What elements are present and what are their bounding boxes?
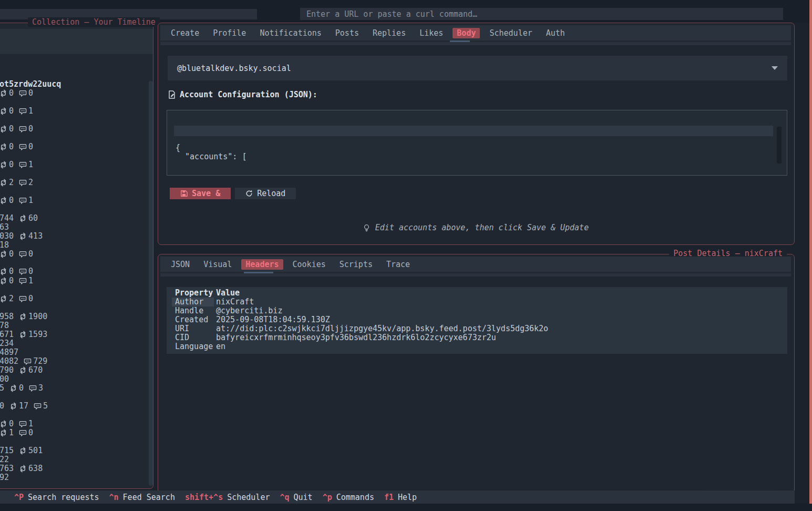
list-item[interactable]: 763638 xyxy=(0,464,43,473)
table-row[interactable]: CIDbafyreicxrfmrminhqseoy3pfv36bswdl236h… xyxy=(167,333,787,342)
list-item[interactable]: 00 xyxy=(0,124,33,134)
tab-create[interactable]: Create xyxy=(171,28,199,38)
shortcut-label: Help xyxy=(398,493,417,502)
shortcut-scheduler[interactable]: shift+^sScheduler xyxy=(185,493,270,502)
value-cell: nixCraft xyxy=(216,298,787,306)
repost-count: 1900 xyxy=(28,312,47,321)
property-cell: Handle xyxy=(175,306,216,315)
shortcut-label: Commands xyxy=(336,493,374,502)
shortcut-label: Scheduler xyxy=(227,493,270,502)
stat-group: 0 xyxy=(9,383,24,393)
details-tab-trace[interactable]: Trace xyxy=(386,260,410,269)
stat-group: 1 xyxy=(19,196,33,205)
table-row[interactable]: URIat://did:plc:c2swjkkci7dljjizpgye45kv… xyxy=(167,324,787,333)
list-item[interactable]: 00 xyxy=(0,374,9,384)
comment-count: 0 xyxy=(28,249,33,259)
comment-icon xyxy=(19,420,27,428)
list-item[interactable]: 4897 xyxy=(0,348,18,357)
shortcut-feed-search[interactable]: ^nFeed Search xyxy=(109,493,175,502)
reload-button[interactable]: Reload xyxy=(235,188,296,199)
list-item[interactable]: 22 xyxy=(0,178,33,187)
table-row[interactable]: Handle@cyberciti.biz xyxy=(167,306,787,315)
list-item[interactable]: 01 xyxy=(0,106,33,116)
shortcut-quit[interactable]: ^qQuit xyxy=(280,493,312,502)
list-item[interactable]: 00 xyxy=(0,88,33,98)
app-window: Enter a URL or paste a curl command… Col… xyxy=(0,0,812,511)
table-row[interactable]: AuthornixCraft xyxy=(167,298,787,306)
shortcut-search-requests[interactable]: ^PSearch requests xyxy=(14,493,99,502)
list-item[interactable]: ot5zrdw22uucq xyxy=(0,79,61,89)
list-item[interactable]: 00 xyxy=(0,142,33,151)
table-row[interactable]: Created2025-09-08T18:04:59.130Z xyxy=(167,315,787,324)
tab-scheduler[interactable]: Scheduler xyxy=(489,28,532,38)
shortcut-commands[interactable]: ^pCommands xyxy=(323,493,374,502)
save-button[interactable]: Save & xyxy=(170,188,231,199)
tab-posts[interactable]: Posts xyxy=(335,28,359,38)
list-item[interactable]: 78 xyxy=(0,321,9,330)
comment-count: 0 xyxy=(28,294,33,303)
account-dropdown[interactable]: @bluetalkdev.bsky.social xyxy=(168,56,787,80)
comment-icon xyxy=(34,402,42,410)
details-tab-scripts[interactable]: Scripts xyxy=(340,260,373,269)
collection-scrollbar[interactable] xyxy=(149,81,153,486)
list-item[interactable]: 01 xyxy=(0,419,33,428)
repost-count: 17 xyxy=(19,401,28,411)
list-item[interactable]: 18 xyxy=(0,240,9,250)
list-item[interactable]: 22 xyxy=(0,455,9,464)
button-row: Save & Reload xyxy=(170,188,296,199)
list-item[interactable]: 790670 xyxy=(0,365,43,375)
list-item[interactable]: 74460 xyxy=(0,213,38,223)
stat-group: 729 xyxy=(24,356,47,366)
list-item[interactable]: 4082729 xyxy=(0,356,47,366)
tab-likes[interactable]: Likes xyxy=(419,28,443,38)
details-tab-cookies[interactable]: Cookies xyxy=(293,260,326,269)
tab-body[interactable]: Body xyxy=(453,28,480,38)
list-item[interactable]: 01 xyxy=(0,160,33,169)
count-text: 0 xyxy=(0,401,4,411)
stat-group: 60 xyxy=(19,213,38,223)
url-input[interactable]: Enter a URL or paste a curl command… xyxy=(300,8,783,20)
table-row[interactable]: Languageen xyxy=(167,342,787,351)
list-item[interactable]: 00 xyxy=(0,249,33,259)
details-tab-headers[interactable]: Headers xyxy=(241,259,283,270)
column-header: Property xyxy=(175,289,216,298)
list-item[interactable]: 9581900 xyxy=(0,312,47,321)
list-item[interactable]: 503 xyxy=(0,383,43,393)
list-item[interactable]: 715501 xyxy=(0,446,43,455)
comment-count: 1 xyxy=(28,276,33,285)
property-cell: CID xyxy=(175,333,216,342)
list-item[interactable]: 6711593 xyxy=(0,330,47,339)
list-item[interactable]: 0175 xyxy=(0,401,48,411)
shortcut-help[interactable]: f1Help xyxy=(384,493,417,502)
collection-panel: Collection — Your Timeline ot5zrdw22uucq… xyxy=(0,23,153,489)
tab-replies[interactable]: Replies xyxy=(373,28,406,38)
list-item[interactable]: 030413 xyxy=(0,231,43,241)
repost-icon xyxy=(0,295,7,303)
list-item[interactable]: 92 xyxy=(0,473,9,482)
tab-notifications[interactable]: Notifications xyxy=(260,28,321,38)
list-item[interactable]: 63 xyxy=(0,222,9,232)
editor-scrollbar[interactable] xyxy=(777,127,782,163)
repost-icon xyxy=(0,197,7,205)
list-item[interactable]: 20 xyxy=(0,294,33,303)
details-tab-json[interactable]: JSON xyxy=(171,260,190,269)
details-tab-visual[interactable]: Visual xyxy=(203,260,232,269)
comment-icon xyxy=(19,429,27,437)
shortcut-label: Quit xyxy=(294,493,313,502)
stat-group: 0 xyxy=(19,124,33,134)
list-item[interactable]: 10 xyxy=(0,428,33,437)
list-item[interactable]: 01 xyxy=(0,276,33,285)
list-item[interactable]: 00 xyxy=(0,267,33,276)
repost-count: 0 xyxy=(9,106,14,116)
list-item[interactable]: 01 xyxy=(0,196,33,205)
reload-button-label: Reload xyxy=(257,189,285,198)
list-item[interactable]: 234 xyxy=(0,339,14,348)
tab-auth[interactable]: Auth xyxy=(546,28,565,38)
json-editor[interactable]: { "accounts": [ xyxy=(167,110,787,176)
tab-profile[interactable]: Profile xyxy=(213,28,246,38)
details-tab-band xyxy=(160,273,791,277)
shortcut-key: shift+^s xyxy=(185,493,223,502)
property-cell: Created xyxy=(175,315,216,324)
stat-group: 0 xyxy=(0,142,14,151)
repost-count: 1 xyxy=(9,428,14,437)
